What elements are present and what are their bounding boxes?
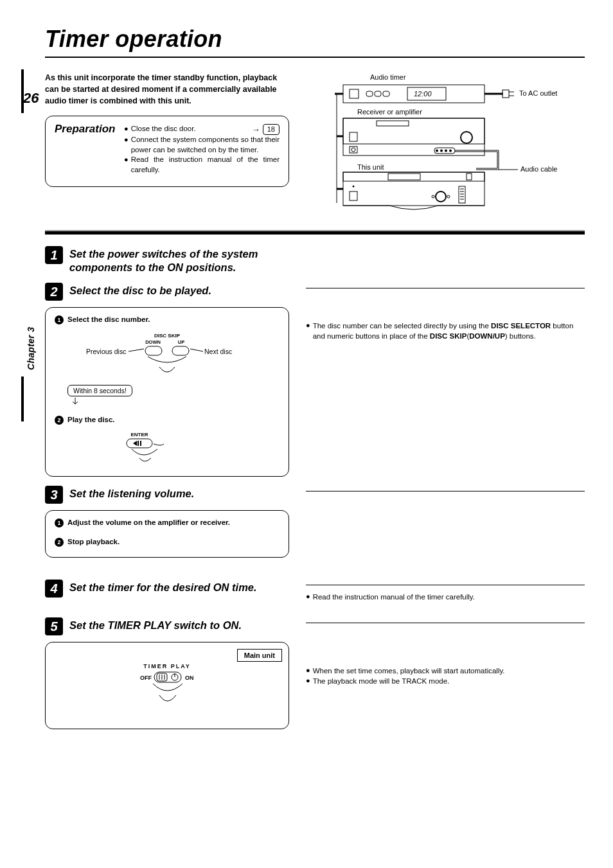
svg-point-22: [445, 150, 447, 152]
arrow-icon: →: [252, 125, 260, 134]
step-title-5: Set the TIMER PLAY switch to ON.: [69, 617, 242, 632]
page-number: 26: [23, 90, 39, 107]
step-3: 3 Set the listening volume. 1Adjust the …: [45, 486, 585, 558]
svg-rect-14: [377, 121, 409, 126]
down-label: DOWN: [145, 339, 161, 345]
intro-text: As this unit incorporate the timer stand…: [45, 72, 289, 107]
svg-point-23: [449, 150, 452, 152]
step-badge-1: 1: [45, 246, 63, 264]
svg-point-33: [432, 195, 434, 198]
substep-1-badge: 1: [55, 315, 64, 324]
remote-enter: ENTER: [125, 430, 228, 466]
substep-1-label: Select the disc number.: [67, 315, 150, 323]
step-5-note-b: The playback mode will be TRACK mode.: [313, 676, 585, 686]
arrow-down-icon: [71, 396, 84, 409]
step-5-notes: ●When the set time comes, playback will …: [306, 666, 585, 686]
off-label: OFF: [140, 675, 152, 681]
page-ref-number: 18: [263, 124, 280, 135]
diagram-label-audio-timer: Audio timer: [370, 73, 406, 81]
step-2-illustration: 1Select the disc number. DISC SKIP DOWN …: [45, 307, 289, 477]
bullet-icon: ●: [306, 592, 310, 601]
bullet-icon: ●: [306, 666, 310, 675]
svg-rect-28: [388, 173, 420, 180]
main-unit-badge: Main unit: [237, 649, 282, 662]
svg-rect-16: [350, 132, 357, 141]
diagram-label-receiver: Receiver or amplifier: [357, 108, 422, 116]
diagram-label-this-unit: This unit: [357, 163, 384, 171]
previous-disc-label: Previous disc: [86, 348, 126, 355]
divider: [306, 585, 585, 585]
svg-rect-13: [343, 118, 484, 144]
step-2: 2 Select the disc to be played. 1Select …: [45, 283, 585, 477]
step-5-illustration: Main unit TIMER PLAY OFF ON: [45, 642, 289, 729]
header-left-column: As this unit incorporate the timer stand…: [45, 72, 289, 216]
chapter-marker: [21, 376, 24, 421]
svg-rect-47: [138, 441, 139, 446]
step-5: 5 Set the TIMER PLAY switch to ON. Main …: [45, 617, 585, 729]
bullet-icon: ●: [306, 676, 310, 686]
step-3-illustration: 1Adjust the volume on the amplifier or r…: [45, 510, 289, 558]
svg-rect-8: [502, 90, 509, 98]
divider: [306, 288, 585, 288]
step-4: 4 Set the timer for the desired ON time.…: [45, 580, 585, 602]
bullet-icon: ●: [124, 155, 129, 164]
step-badge-5: 5: [45, 617, 63, 635]
svg-rect-43: [172, 346, 189, 355]
connection-diagram: Audio timer 12:00 To AC outlet R: [306, 68, 585, 216]
svg-rect-46: [127, 439, 152, 448]
preparation-item-3: Read the instruction manual of the timer…: [131, 155, 280, 175]
svg-point-15: [461, 132, 472, 143]
divider: [306, 491, 585, 492]
up-label: UP: [178, 339, 184, 345]
svg-point-34: [447, 195, 450, 198]
step-3-sub2: Stop playback.: [67, 538, 120, 545]
svg-rect-3: [375, 91, 381, 96]
svg-line-44: [129, 349, 144, 351]
timer-play-switch: TIMER PLAY OFF ON: [103, 660, 231, 718]
step-1: 1 Set the power switches of the system c…: [45, 246, 585, 274]
within-8-seconds-note: Within 8 seconds!: [67, 385, 132, 396]
preparation-box: Preparation ● Close the disc door. → 18 …: [45, 116, 289, 187]
svg-point-31: [353, 186, 355, 188]
step-5-note-a: When the set time comes, playback will s…: [313, 666, 585, 676]
svg-rect-48: [140, 441, 141, 446]
svg-rect-30: [350, 191, 357, 200]
svg-rect-42: [145, 346, 162, 355]
diagram-label-ac-outlet: To AC outlet: [519, 89, 557, 97]
substep-2-badge: 2: [55, 538, 64, 547]
bullet-icon: ●: [124, 135, 129, 145]
svg-point-18: [351, 148, 355, 152]
timer-play-label: TIMER PLAY: [143, 663, 191, 669]
page-reference: → 18: [252, 124, 280, 135]
svg-rect-12: [343, 118, 484, 155]
step-title-3: Set the listening volume.: [69, 486, 194, 500]
step-title-2: Select the disc to be played.: [69, 283, 211, 297]
substep-2-badge: 2: [55, 416, 64, 425]
step-title-1: Set the power switches of the system com…: [69, 246, 289, 274]
preparation-list: ● Close the disc door. → 18 ● Connect th…: [124, 124, 280, 175]
next-disc-label: Next disc: [204, 348, 232, 355]
step-4-notes: ●Read the instruction manual of the time…: [306, 592, 585, 602]
manual-page: 26 Chapter 3 Timer operation As this uni…: [0, 0, 613, 868]
diagram-label-audio-cable: Audio cable: [520, 165, 558, 173]
header-two-column: As this unit incorporate the timer stand…: [45, 72, 585, 216]
disc-skip-label: DISC SKIP: [154, 333, 181, 339]
on-label: ON: [185, 675, 194, 681]
svg-line-45: [190, 349, 203, 351]
svg-rect-2: [366, 91, 373, 96]
diagram-svg: Audio timer 12:00 To AC outlet R: [306, 68, 576, 216]
svg-rect-1: [350, 89, 359, 98]
svg-rect-4: [383, 91, 389, 96]
svg-point-21: [440, 150, 443, 152]
step-badge-4: 4: [45, 580, 63, 598]
step-title-4: Set the timer for the desired ON time.: [69, 580, 257, 594]
step-4-note: Read the instruction manual of the timer…: [313, 592, 585, 602]
diagram-timer-display: 12:00: [414, 90, 432, 98]
svg-point-32: [436, 191, 446, 202]
preparation-item-2: Connect the system components so that th…: [131, 135, 280, 155]
svg-rect-29: [466, 173, 472, 180]
step-2-note-text: The disc number can be selected directly…: [313, 321, 585, 341]
svg-point-20: [436, 150, 438, 152]
substep-1-badge: 1: [55, 518, 64, 527]
bullet-icon: ●: [306, 321, 310, 330]
